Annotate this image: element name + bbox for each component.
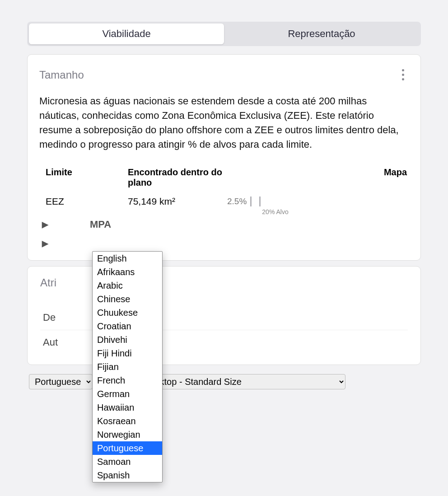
language-option[interactable]: Kosraean [93,414,162,428]
language-option[interactable]: Fijian [93,360,162,374]
chevron-right-icon: ▶ [42,239,48,248]
tab-viability[interactable]: Viabilidade [29,23,224,44]
col-header-found: Encontrado dentro do plano [128,167,227,188]
language-option[interactable]: Spanish [93,468,162,482]
attributes-card: Atri De Aut [27,266,421,365]
language-option[interactable]: French [93,374,162,387]
language-option[interactable]: Arabic [93,279,162,292]
tab-representation[interactable]: Representação [224,23,419,44]
title-area [27,0,421,9]
language-option[interactable]: Afrikaans [93,265,162,279]
progress-indicator: 2.5% 20% Alvo [227,197,373,206]
progress-percent: 2.5% [227,197,247,206]
expand-label: MPA [90,219,111,230]
language-option[interactable]: Dhivehi [93,333,162,346]
card-more-icon[interactable] [397,66,409,83]
table-row: EEZ 75,149 km² 2.5% 20% Alvo [39,196,409,207]
language-option[interactable]: Samoan [93,455,162,468]
layout-select[interactable]: Desktop - Standard Size [138,374,345,389]
size-card-description: Micronesia as águas nacionais se estende… [39,94,409,152]
expand-row-2[interactable]: ▶ [42,239,409,248]
target-label: 20% Alvo [262,208,288,215]
tabs: Viabilidade Representação [27,22,421,46]
col-header-map: Mapa [373,167,409,188]
language-option[interactable]: Hawaiian [93,401,162,414]
language-option[interactable]: Chinese [93,292,162,306]
chevron-right-icon: ▶ [42,220,48,229]
row-found: 75,149 km² [128,196,227,207]
row-boundary: EEZ [39,196,128,207]
language-dropdown-popup: EnglishAfrikaansArabicChineseChuukeseCro… [92,251,163,482]
language-option[interactable]: German [93,387,162,401]
language-select[interactable]: Portuguese [29,374,93,389]
expand-row-mpa[interactable]: ▶ MPA [42,219,409,230]
language-option[interactable]: Croatian [93,319,162,333]
language-option[interactable]: English [93,252,162,265]
language-option[interactable]: Fiji Hindi [93,346,162,360]
language-option[interactable]: Portuguese [93,441,162,455]
col-header-boundary: Limite [39,167,128,188]
bottom-toolbar: Portuguese Desktop - Standard Size [27,374,421,389]
language-option[interactable]: Norwegian [93,428,162,441]
table-header: Limite Encontrado dentro do plano Mapa [39,167,409,188]
size-card: Tamanho Micronesia as águas nacionais se… [27,54,421,261]
size-card-title: Tamanho [39,69,84,81]
language-option[interactable]: Chuukese [93,306,162,319]
